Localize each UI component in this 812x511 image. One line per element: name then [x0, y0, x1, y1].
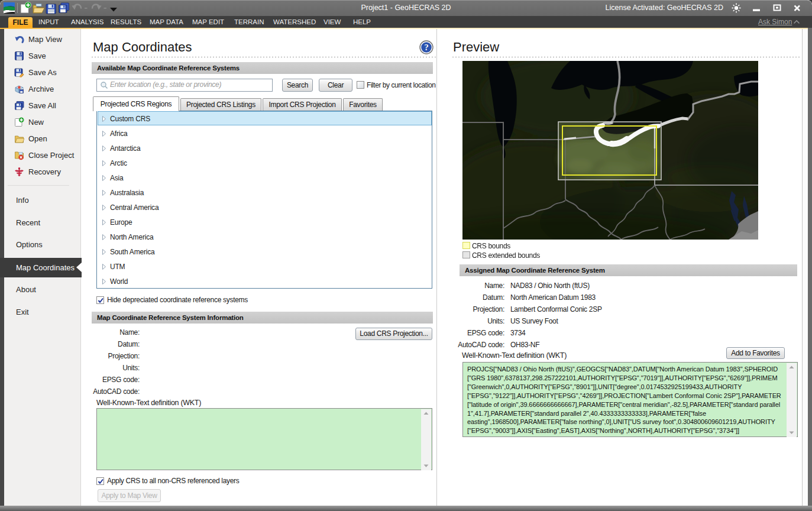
- svg-text:?: ?: [424, 43, 428, 52]
